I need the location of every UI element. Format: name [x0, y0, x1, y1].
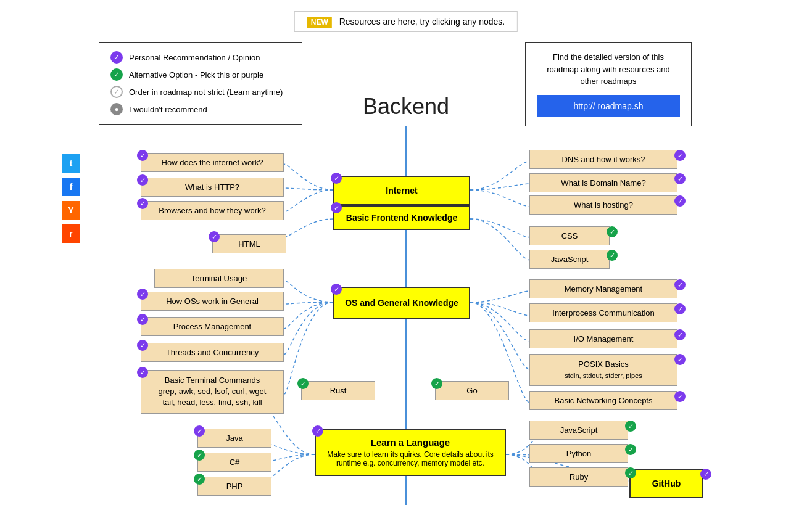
check-posix: ✓ — [674, 354, 686, 365]
check-process-mgmt: ✓ — [137, 314, 148, 325]
node-posix[interactable]: POSIX Basicsstdin, stdout, stderr, pipes — [529, 354, 677, 386]
legend-label-1: Personal Recommendation / Opinion — [129, 53, 260, 62]
check-java: ✓ — [194, 425, 205, 437]
info-box: Find the detailed version of this roadma… — [525, 42, 692, 126]
twitter-icon[interactable]: t — [62, 154, 80, 173]
check-python: ✓ — [625, 444, 636, 455]
node-memory[interactable]: Memory Management — [529, 279, 677, 298]
legend-label-2: Alternative Option - Pick this or purple — [129, 70, 263, 80]
legend-box: ✓ Personal Recommendation / Opinion ✓ Al… — [99, 42, 302, 125]
node-http[interactable]: What is HTTP? — [141, 178, 284, 197]
check-rust: ✓ — [297, 378, 309, 389]
check-js-frontend: ✓ — [607, 250, 618, 261]
check-ipc: ✓ — [674, 303, 686, 314]
node-basic-frontend[interactable]: Basic Frontend Knowledge — [333, 205, 470, 230]
reddit-icon[interactable]: r — [62, 224, 80, 243]
learn-language-title: Learn a Language — [323, 437, 497, 448]
node-hosting[interactable]: What is hosting? — [529, 195, 677, 215]
node-go[interactable]: Go — [435, 381, 509, 400]
check-php: ✓ — [194, 474, 205, 485]
check-github: ✓ — [700, 469, 711, 480]
check-basic-frontend: ✓ — [331, 202, 342, 213]
node-internet[interactable]: Internet — [333, 176, 470, 205]
node-ipc[interactable]: Interprocess Communication — [529, 303, 677, 322]
node-ruby[interactable]: Ruby — [529, 467, 628, 487]
new-banner: NEW Resources are here, try clicking any… — [294, 11, 518, 32]
legend-item-4: ● I wouldn't recommend — [110, 103, 291, 115]
node-csharp[interactable]: C# — [197, 453, 271, 472]
check-hosting: ✓ — [674, 195, 686, 207]
check-js-lang: ✓ — [625, 421, 636, 432]
node-rust[interactable]: Rust — [301, 381, 375, 400]
legend-item-3: ✓ Order in roadmap not strict (Learn any… — [110, 86, 291, 98]
check-internet: ✓ — [331, 173, 342, 184]
learn-language-subtitle: Make sure to learn its quirks. Core deta… — [323, 450, 497, 467]
node-io[interactable]: I/O Management — [529, 329, 677, 348]
facebook-icon[interactable]: f — [62, 178, 80, 196]
hackernews-icon[interactable]: Y — [62, 201, 80, 220]
check-go: ✓ — [431, 378, 442, 389]
legend-item-1: ✓ Personal Recommendation / Opinion — [110, 51, 291, 64]
check-io: ✓ — [674, 329, 686, 340]
node-dns[interactable]: DNS and how it works? — [529, 150, 677, 169]
legend-item-2: ✓ Alternative Option - Pick this or purp… — [110, 68, 291, 81]
check-dns: ✓ — [674, 150, 686, 161]
check-html: ✓ — [209, 231, 220, 242]
node-html[interactable]: HTML — [212, 234, 286, 253]
new-badge: NEW — [307, 17, 332, 28]
page-title: Backend — [363, 94, 449, 120]
node-terminal-cmds[interactable]: Basic Terminal Commandsgrep, awk, sed, l… — [141, 370, 284, 414]
legend-icon-gray: ● — [110, 103, 123, 115]
node-java[interactable]: Java — [197, 429, 271, 448]
node-networking[interactable]: Basic Networking Concepts — [529, 391, 677, 410]
legend-label-3: Order in roadmap not strict (Learn anyti… — [129, 88, 283, 97]
check-ruby: ✓ — [625, 467, 636, 478]
check-browsers: ✓ — [137, 198, 148, 209]
info-box-text: Find the detailed version of this roadma… — [537, 51, 680, 88]
check-learn-language: ✓ — [312, 425, 323, 437]
check-csharp: ✓ — [194, 450, 205, 461]
banner-text: Resources are here, try clicking any nod… — [339, 17, 505, 27]
node-terminal[interactable]: Terminal Usage — [154, 269, 284, 288]
check-networking: ✓ — [674, 391, 686, 402]
roadmap-link[interactable]: http:// roadmap.sh — [537, 95, 680, 117]
legend-label-4: I wouldn't recommend — [129, 105, 207, 114]
node-how-internet[interactable]: How does the internet work? — [141, 153, 284, 172]
check-os-general: ✓ — [331, 284, 342, 295]
check-css: ✓ — [607, 226, 618, 237]
check-domain: ✓ — [674, 173, 686, 184]
check-how-internet: ✓ — [137, 150, 148, 161]
node-how-os[interactable]: How OSs work in General — [141, 292, 284, 311]
social-bar: t f Y r — [62, 154, 80, 243]
node-browsers[interactable]: Browsers and how they work? — [141, 201, 284, 220]
node-threads[interactable]: Threads and Concurrency — [141, 343, 284, 362]
check-terminal-cmds: ✓ — [137, 367, 148, 378]
node-os-general[interactable]: OS and General Knowledge — [333, 287, 470, 319]
node-process-mgmt[interactable]: Process Management — [141, 317, 284, 336]
node-js-frontend[interactable]: JavaScript — [529, 250, 610, 269]
legend-icon-green: ✓ — [110, 68, 123, 81]
node-php[interactable]: PHP — [197, 477, 271, 496]
node-css[interactable]: CSS — [529, 226, 610, 245]
node-github[interactable]: GitHub — [629, 469, 703, 498]
legend-icon-purple: ✓ — [110, 51, 123, 64]
check-how-os: ✓ — [137, 289, 148, 300]
check-threads: ✓ — [137, 340, 148, 351]
node-domain[interactable]: What is Domain Name? — [529, 173, 677, 192]
node-python[interactable]: Python — [529, 444, 628, 463]
check-http: ✓ — [137, 174, 148, 186]
legend-icon-gray-outline: ✓ — [110, 86, 123, 98]
node-learn-language[interactable]: Learn a Language Make sure to learn its … — [315, 429, 506, 476]
node-js-lang[interactable]: JavaScript — [529, 421, 628, 440]
check-memory: ✓ — [674, 279, 686, 290]
